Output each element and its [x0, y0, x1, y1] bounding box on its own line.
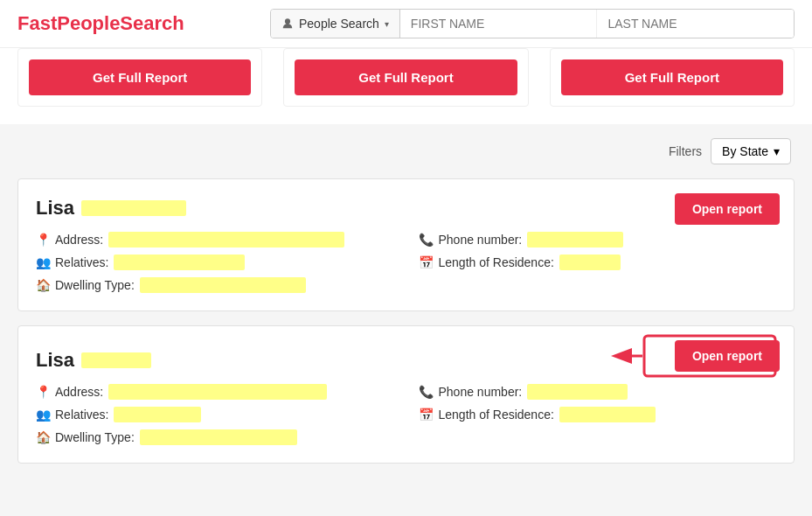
filters-row: Filters By State ▾ — [17, 138, 795, 164]
person-name-1: Lisa — [36, 197, 776, 220]
phone-highlight-2 — [527, 384, 628, 400]
dwelling-item-1: 🏠 Dwelling Type: — [36, 277, 393, 293]
get-full-report-btn-2[interactable]: Get Full Report — [295, 59, 517, 95]
relatives-icon: 👥 — [36, 255, 50, 269]
person-1-info: 📍 Address: 📞 Phone number: 👥 Relatives: … — [36, 232, 776, 293]
lor-label-1: Length of Residence: — [439, 255, 554, 269]
person-icon — [281, 17, 294, 30]
lor-label-2: Length of Residence: — [439, 408, 554, 422]
location-icon-2: 📍 — [36, 385, 50, 399]
open-report-btn-1[interactable]: Open report — [675, 193, 780, 225]
relatives-item-2: 👥 Relatives: — [36, 407, 393, 422]
phone-highlight-1 — [527, 232, 623, 248]
address-label-1: Address: — [55, 233, 103, 247]
search-type-dropdown[interactable]: People Search ▾ — [271, 10, 400, 38]
first-name-input[interactable] — [400, 10, 598, 38]
dwelling-icon: 🏠 — [36, 278, 50, 292]
search-bar: People Search ▾ — [270, 9, 795, 38]
address-item-1: 📍 Address: — [36, 232, 393, 248]
get-full-report-btn-3[interactable]: Get Full Report — [561, 59, 783, 95]
person-name-2: Lisa — [36, 349, 776, 372]
relatives-highlight-2 — [114, 407, 201, 422]
dwelling-label-1: Dwelling Type: — [55, 278, 135, 292]
phone-icon: 📞 — [420, 233, 434, 247]
svg-point-0 — [285, 18, 290, 24]
search-type-label: People Search — [299, 17, 379, 31]
relatives-label-1: Relatives: — [55, 255, 108, 269]
dwelling-icon-2: 🏠 — [36, 430, 50, 444]
location-icon: 📍 — [36, 233, 50, 247]
by-state-label: By State — [722, 144, 768, 158]
lor-item-1: 📅 Length of Residence: — [420, 255, 777, 270]
filters-label: Filters — [669, 144, 702, 158]
main-content: Filters By State ▾ Open report Lisa 📍 Ad… — [0, 124, 812, 492]
card-1: Get Full Report — [17, 48, 262, 107]
chevron-down-icon: ▾ — [774, 144, 780, 158]
lor-highlight-2 — [559, 407, 656, 422]
phone-item-2: 📞 Phone number: — [420, 384, 777, 400]
dwelling-item-2: 🏠 Dwelling Type: — [36, 429, 393, 445]
calendar-icon-2: 📅 — [420, 408, 434, 422]
relatives-highlight-1 — [114, 255, 245, 270]
card-2: Get Full Report — [283, 48, 528, 107]
address-label-2: Address: — [55, 385, 103, 399]
person-card-2-wrapper: Open report Lisa 📍 Address: 📞 Phone numb… — [17, 325, 795, 464]
top-cards-row: Get Full Report Get Full Report Get Full… — [0, 48, 812, 124]
person-2-info: 📍 Address: 📞 Phone number: 👥 Relatives: — [36, 384, 776, 445]
address-item-2: 📍 Address: — [36, 384, 393, 400]
lor-item-2: 📅 Length of Residence: — [420, 407, 777, 422]
lor-highlight-1 — [559, 255, 621, 270]
chevron-down-icon: ▾ — [385, 19, 389, 29]
open-report-btn-2[interactable]: Open report — [675, 340, 780, 372]
last-name-input[interactable] — [597, 10, 794, 38]
relatives-icon-2: 👥 — [36, 408, 50, 422]
dwelling-label-2: Dwelling Type: — [55, 430, 135, 444]
phone-label-1: Phone number: — [439, 233, 523, 247]
header: FastPeopleSearch People Search ▾ — [0, 0, 812, 48]
person-card-1: Open report Lisa 📍 Address: 📞 Phone numb… — [17, 178, 795, 311]
person-card-2: Open report Lisa 📍 Address: 📞 Phone numb… — [17, 325, 795, 464]
calendar-icon: 📅 — [420, 255, 434, 269]
get-full-report-btn-1[interactable]: Get Full Report — [29, 59, 251, 95]
address-highlight-2 — [108, 384, 327, 400]
relatives-label-2: Relatives: — [55, 408, 108, 422]
dwelling-highlight-1 — [140, 277, 306, 293]
card-3: Get Full Report — [550, 48, 795, 107]
address-highlight-1 — [108, 232, 344, 248]
name-highlight-1 — [81, 200, 186, 216]
name-highlight-2 — [81, 352, 151, 368]
phone-icon-2: 📞 — [420, 385, 434, 399]
dwelling-highlight-2 — [140, 429, 297, 445]
by-state-dropdown[interactable]: By State ▾ — [711, 138, 791, 164]
relatives-item-1: 👥 Relatives: — [36, 255, 393, 270]
site-logo: FastPeopleSearch — [17, 12, 184, 35]
phone-item-1: 📞 Phone number: — [420, 232, 777, 248]
phone-label-2: Phone number: — [439, 385, 523, 399]
